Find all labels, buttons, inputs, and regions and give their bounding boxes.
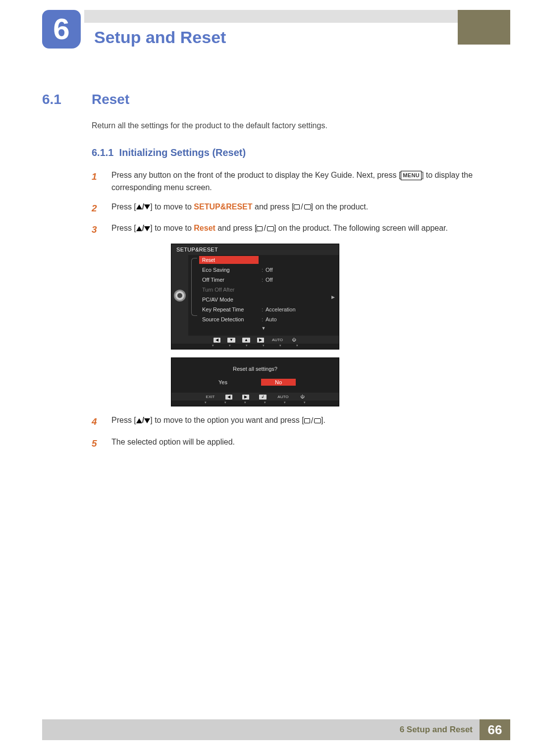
osd-item: PC/AV Mode — [188, 295, 339, 304]
down-triangle-icon — [144, 204, 150, 209]
section-number: 6.1 — [42, 92, 77, 107]
step-text-part: Press [ — [111, 416, 136, 424]
reset-keyword: Reset — [194, 224, 215, 232]
osd-menu-list: Reset Eco Saving:Off Off Timer:Off Turn … — [188, 255, 339, 336]
osd-item-label: Key Repeat Time — [202, 306, 262, 312]
step-text-part: and press [ — [215, 224, 257, 232]
step-text-part: ] on the product. The following screen w… — [274, 224, 448, 232]
enter-icon: / — [294, 201, 311, 213]
step-text: The selected option will be applied. — [111, 436, 493, 451]
down-triangle-icon — [144, 226, 150, 231]
section-intro: Return all the settings for the product … — [92, 121, 493, 130]
dialog-nav-bar: EXIT ◀ ▶ ↲ AUTO ⏻ — [171, 393, 339, 401]
osd-item-value: Off — [266, 277, 272, 283]
osd-item: Key Repeat Time:Acceleration — [188, 304, 339, 314]
step-text: Press [/] to move to SETUP&RESET and pre… — [111, 201, 493, 215]
chapter-number-badge: 6 — [42, 10, 81, 49]
step-text-part: Press [ — [111, 202, 136, 211]
dialog-question: Reset all settings? — [171, 358, 339, 379]
nav-down-icon: ▼ — [227, 338, 235, 343]
right-triangle-icon: ▶ — [331, 295, 335, 300]
osd-item-label: Reset — [202, 257, 262, 263]
osd-title: SETUP&RESET — [171, 244, 339, 255]
step-number: 2 — [92, 201, 102, 215]
osd-item: Source Detection:Auto — [188, 314, 339, 324]
osd-item-label: Turn Off After — [202, 287, 262, 293]
nav-right-icon: ▶ — [257, 338, 264, 343]
page-header: 6 Setup and Reset — [42, 10, 510, 52]
up-triangle-icon — [136, 204, 142, 209]
up-triangle-icon — [136, 418, 142, 423]
step-text-part: ] to move to the option you want and pre… — [150, 416, 304, 424]
menu-button-label: MENU — [401, 171, 422, 180]
osd-category-icon-column — [171, 255, 188, 336]
page-footer: 6 Setup and Reset 66 — [42, 719, 510, 740]
step-text-part: and press [ — [253, 202, 294, 211]
enter-icon: / — [257, 222, 273, 235]
step-2: 2 Press [/] to move to SETUP&RESET and p… — [92, 201, 493, 215]
osd-item: Turn Off After — [188, 285, 339, 295]
section-title: Reset — [92, 92, 129, 107]
chapter-title: Setup and Reset — [94, 28, 226, 47]
osd-item-reset: Reset — [199, 256, 259, 264]
footer-chapter: 6 Setup and Reset — [42, 719, 480, 740]
step-number: 3 — [92, 222, 102, 237]
step-4: 4 Press [/] to move to the option you wa… — [92, 414, 493, 429]
osd-item: Eco Saving:Off — [188, 265, 339, 275]
power-icon: ⏻ — [291, 338, 297, 343]
osd-item-label: PC/AV Mode — [202, 297, 262, 302]
osd-menu: SETUP&RESET Reset Eco Saving:Off Off Tim… — [171, 244, 339, 350]
footer-page-number: 66 — [480, 719, 510, 740]
osd-bracket — [191, 258, 197, 316]
nav-auto: AUTO — [271, 338, 284, 343]
setup-reset-keyword: SETUP&RESET — [194, 202, 252, 211]
osd-nav-indicators: ▾▾▾▾▾▾ — [171, 344, 339, 349]
osd-item-label: Eco Saving — [202, 267, 262, 273]
nav-enter-icon: ↲ — [259, 395, 267, 400]
header-grey-bar — [84, 10, 510, 23]
nav-up-icon: ▲ — [242, 338, 250, 343]
step-text: Press [/] to move to the option you want… — [111, 414, 493, 429]
section-heading: 6.1 Reset — [42, 92, 493, 107]
osd-item-value: Off — [266, 267, 272, 273]
dialog-no: No — [261, 379, 296, 386]
step-number: 5 — [92, 436, 102, 451]
osd-item-label: Off Timer — [202, 277, 262, 283]
enter-icon: / — [304, 415, 321, 427]
step-text: Press [/] to move to Reset and press [/]… — [111, 222, 493, 237]
step-number: 4 — [92, 414, 102, 429]
nav-right-icon: ▶ — [242, 395, 249, 400]
step-text-part: Press [ — [111, 224, 136, 232]
dialog-nav-indicators: ▾▾▾▾▾▾ — [171, 401, 339, 406]
header-olive-box — [458, 10, 510, 45]
step-text-part: ]. — [321, 416, 325, 424]
subsection-number: 6.1.1 — [92, 147, 113, 158]
page-content: 6.1 Reset Return all the settings for th… — [42, 92, 493, 457]
subsection-title: Initializing Settings (Reset) — [119, 147, 246, 158]
step-text-part: ] to move to — [150, 202, 194, 211]
step-text-part: Press any button on the front of the pro… — [111, 171, 401, 179]
step-text-part: ] on the product. — [311, 202, 369, 211]
osd-item-value: Acceleration — [266, 306, 296, 312]
step-number: 1 — [92, 169, 102, 194]
osd-item: Off Timer:Off — [188, 275, 339, 285]
dialog-yes: Yes — [214, 379, 231, 386]
osd-item-label: Source Detection — [202, 316, 262, 322]
osd-reset-dialog: Reset all settings? Yes No EXIT ◀ ▶ ↲ AU… — [171, 357, 339, 406]
down-triangle-icon — [144, 418, 150, 423]
nav-left-icon: ◀ — [214, 338, 220, 343]
osd-nav-bar: ◀ ▼ ▲ ▶ AUTO ⏻ — [171, 336, 339, 344]
osd-screenshots: SETUP&RESET Reset Eco Saving:Off Off Tim… — [171, 244, 493, 406]
step-1: 1 Press any button on the front of the p… — [92, 169, 493, 194]
gear-icon — [175, 291, 184, 300]
subsection-heading: 6.1.1 Initializing Settings (Reset) — [92, 147, 493, 158]
up-triangle-icon — [136, 226, 142, 231]
step-text-part: ] to move to — [150, 224, 194, 232]
step-3: 3 Press [/] to move to Reset and press [… — [92, 222, 493, 237]
dialog-options: Yes No — [171, 379, 339, 393]
down-triangle-icon: ▼ — [188, 324, 339, 331]
power-icon: ⏻ — [299, 395, 305, 400]
step-5: 5 The selected option will be applied. — [92, 436, 493, 451]
nav-exit: EXIT — [205, 395, 216, 400]
step-text: Press any button on the front of the pro… — [111, 169, 493, 194]
